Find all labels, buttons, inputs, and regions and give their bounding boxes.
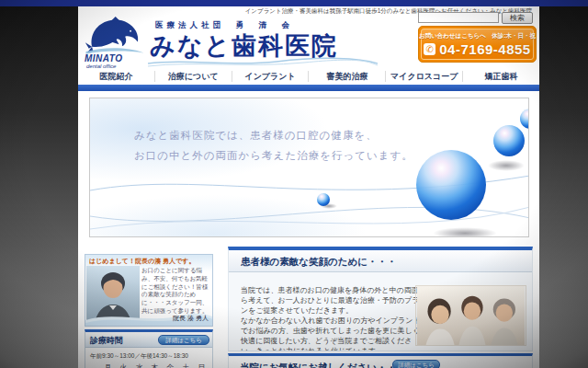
visit-section-title: 当院にお気軽にお越しください・・・ [240,362,406,368]
smile-section-header: 患者様の素敵な笑顔のために・・・ [229,250,532,272]
website-screenshot: インプラント治療・審美歯科は我孫子駅南口徒歩1分のみなと歯科医院へお任せください… [0,0,588,368]
page-body: インプラント治療・審美歯科は我孫子駅南口徒歩1分のみなと歯科医院へお任せください… [78,6,539,368]
nav-item-treatment[interactable]: 治療について [154,71,232,82]
main-navigation: 医院紹介 治療について インプラント 審美的治療 マイクロスコープ 矯正歯科 [78,68,539,85]
smiling-patients-photo [415,285,526,346]
day-fri: 金 [163,362,178,368]
wave-decoration [148,56,378,67]
phone-icon: ✆ [424,43,435,55]
nav-item-implant[interactable]: インプラント [232,71,309,82]
nav-item-about[interactable]: 医院紹介 [78,71,154,82]
director-greeting-box: はじめまして！院長の湊 勇人です。 お口のことに関する悩み、不安、何でもお気軽に… [85,254,213,327]
sphere-shadow [433,227,497,237]
clinic-logo[interactable]: MINATO dental office [81,17,153,70]
phone-number: 04-7169-4855 [439,41,530,57]
hours-schedule-text: 午前9:30～13:00／午後14:30～18:30 [90,352,188,361]
search-input[interactable] [418,12,499,23]
smile-paragraph-1: 当院では、患者様のお口の健康を身体の外と中の両面から考えて、お一人おひとりに最適… [241,285,426,316]
day-sun: 日 [194,362,209,368]
clinic-hours-header: 診療時間 詳細はこちら [85,332,212,348]
phone-contact-button[interactable]: お問い合わせはこちらへ 休診:木・日・祝 ✆ 04-7169-4855 [418,26,537,63]
phone-note: お問い合わせはこちらへ 休診:木・日・祝 [419,32,536,40]
smile-section-body: 当院では、患者様のお口の健康を身体の外と中の両面から考えて、お一人おひとりに最適… [241,285,426,351]
day-thu: 木 [147,362,163,368]
director-signature: 院長 湊 勇人 [173,314,209,323]
day-wed: 水 [131,362,147,368]
hero-line1: みなと歯科医院では、患者様の口腔の健康を、 [134,125,413,145]
nav-item-microscope[interactable]: マイクロスコープ [385,71,462,82]
visit-section: 当院にお気軽にお越しください・・・ 詳細はこちら [228,353,533,368]
clinic-hours-title: 診療時間 [90,335,123,347]
decoration-sphere-large [416,150,486,220]
director-message: お口のことに関する悩み、不安、何でもお気軽にご相談ください！皆様の素敵な笑顔のた… [141,267,212,316]
decoration-sphere-medium [493,125,525,156]
smile-section: 患者様の素敵な笑顔のために・・・ 当院では、患者様のお口の健康を身体の外と中の両… [228,247,533,351]
day-mon: 月 [100,362,116,368]
decoration-sphere-tiny [317,193,330,206]
hero-line2: お口の中と外の両面から考えた治療を行っています。 [134,145,413,166]
nav-item-cosmetic[interactable]: 審美的治療 [308,71,385,82]
phone-button-inner: お問い合わせはこちらへ 休診:木・日・祝 ✆ 04-7169-4855 [421,29,534,60]
day-sat: 土 [178,362,194,368]
sphere-shadow [488,160,525,171]
nav-item-orthodontics[interactable]: 矯正歯科 [462,71,539,82]
search-button[interactable]: 検索 [502,12,533,24]
hours-days-row: 月 火 水 木 金 土 日 [100,362,209,368]
hero-banner: みなと歯科医院では、患者様の口腔の健康を、 お口の中と外の両面から考えた治療を行… [89,98,529,237]
visit-detail-button[interactable]: 詳細はこちら [392,360,440,368]
smile-paragraph-2: なかなか合わない入れ歯でお困りの方やインプラントでお悩みの方、虫歯や折れてしまっ… [241,316,426,351]
director-greeting-title: はじめまして！院長の湊 勇人です。 [89,257,210,266]
phone-row: ✆ 04-7169-4855 [424,41,530,57]
day-tue: 火 [116,362,131,368]
hero-message: みなと歯科医院では、患者様の口腔の健康を、 お口の中と外の両面から考えた治療を行… [134,125,413,166]
top-accent-bar [0,0,588,6]
dolphin-icon [81,17,149,55]
smile-section-title: 患者様の素敵な笑顔のために・・・ [229,250,532,272]
logo-minato-text: MINATO [85,53,123,63]
hours-detail-button[interactable]: 詳細はこちら [158,335,209,345]
clinic-hours-box: 診療時間 詳細はこちら 午前9:30～13:00／午後14:30～18:30 月… [85,329,213,368]
nav-underline-bar [78,85,539,91]
